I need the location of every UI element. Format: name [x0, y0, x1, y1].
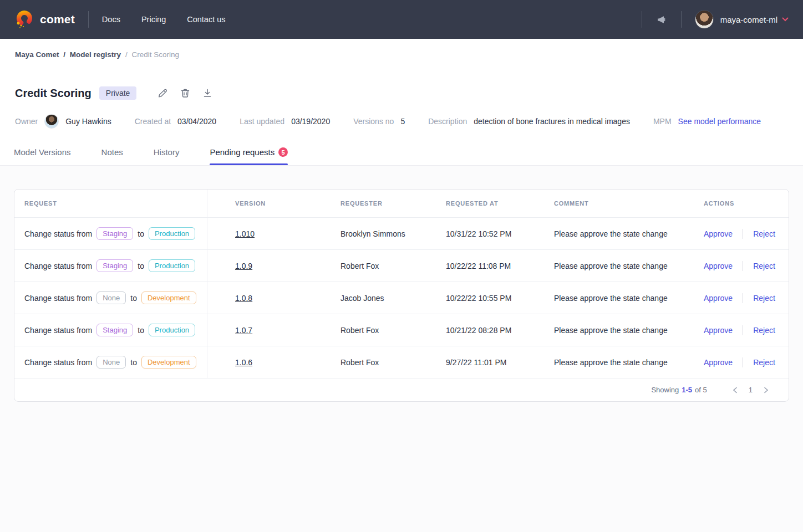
request-to-text: to: [138, 326, 144, 335]
comet-logo[interactable]: comet: [14, 9, 75, 29]
edit-icon[interactable]: [157, 88, 168, 99]
reject-button[interactable]: Reject: [753, 326, 775, 335]
approve-button[interactable]: Approve: [704, 229, 733, 238]
reject-button[interactable]: Reject: [753, 262, 775, 270]
status-badge-to: Production: [149, 324, 195, 336]
requested-at: 10/21/22 08:28 PM: [418, 326, 526, 335]
request-comment: Please approve the state change: [526, 262, 676, 270]
actions-divider: [743, 229, 743, 239]
approve-button[interactable]: Approve: [704, 294, 733, 303]
showing-of: of 5: [695, 386, 707, 394]
col-header-actions: ACTIONS: [676, 200, 789, 207]
request-to-text: to: [138, 229, 144, 238]
requester-name: Brooklyn Simmons: [313, 229, 418, 238]
nav-divider: [681, 11, 682, 28]
table-row: Change status from None to Development 1…: [14, 282, 789, 314]
owner-avatar: [44, 114, 59, 129]
breadcrumb-current: Credit Scoring: [131, 50, 179, 59]
owner-label: Owner: [15, 117, 38, 126]
nav-divider: [642, 11, 642, 28]
updated-label: Last updated: [240, 117, 284, 126]
app-window: comet Docs Pricing Contact us maya-comet…: [0, 0, 803, 532]
top-navbar: comet Docs Pricing Contact us maya-comet…: [0, 0, 803, 39]
breadcrumb-separator: /: [125, 50, 128, 59]
request-text: Change status from: [24, 262, 92, 270]
version-link[interactable]: 1.0.6: [235, 358, 252, 367]
approve-button[interactable]: Approve: [704, 326, 733, 335]
showing-range: 1-5: [682, 386, 692, 394]
description-value: detection of bone fractures in medical i…: [474, 117, 630, 126]
approve-button[interactable]: Approve: [704, 358, 733, 367]
showing-summary: Showing 1-5 of 5: [651, 386, 707, 394]
requested-at: 10/31/22 10:52 PM: [418, 229, 526, 238]
requester-name: Robert Fox: [313, 358, 418, 367]
actions-divider: [743, 293, 743, 303]
page-prev-icon[interactable]: [733, 387, 738, 393]
version-link[interactable]: 1.0.8: [235, 294, 252, 303]
created-value: 03/04/2020: [177, 117, 216, 126]
request-comment: Please approve the state change: [526, 229, 676, 238]
owner-name: Guy Hawkins: [65, 117, 111, 126]
requested-at: 10/22/22 10:55 PM: [418, 294, 526, 303]
status-badge-from: Staging: [96, 259, 133, 272]
nav-link-docs[interactable]: Docs: [102, 15, 120, 24]
delete-icon[interactable]: [180, 88, 190, 99]
reject-button[interactable]: Reject: [753, 229, 775, 238]
status-badge-to: Production: [149, 259, 195, 272]
request-comment: Please approve the state change: [526, 358, 676, 367]
tab-notes[interactable]: Notes: [101, 143, 123, 165]
status-badge-from: None: [96, 356, 126, 369]
download-icon[interactable]: [202, 88, 212, 98]
col-header-request: REQUEST: [14, 190, 207, 217]
requester-name: Jacob Jones: [313, 294, 418, 303]
tab-bar: Model Versions Notes History Pending req…: [0, 143, 803, 165]
user-menu[interactable]: maya-comet-ml: [695, 10, 789, 29]
nav-link-contact[interactable]: Contact us: [187, 15, 225, 24]
reject-button[interactable]: Reject: [753, 358, 775, 367]
page-number[interactable]: 1: [749, 386, 753, 394]
pagination: 1: [733, 386, 769, 394]
version-link[interactable]: 1.0.9: [235, 262, 252, 270]
request-to-text: to: [138, 262, 144, 270]
table-row: Change status from Staging to Production…: [14, 217, 789, 249]
version-link[interactable]: 1.010: [235, 229, 255, 238]
requested-at: 9/27/22 11:01 PM: [418, 358, 526, 367]
table-footer: Showing 1-5 of 5 1: [14, 378, 789, 401]
page-header: Maya Comet / Model registry / Credit Sco…: [0, 39, 803, 166]
col-header-comment: COMMENT: [526, 200, 676, 207]
nav-link-pricing[interactable]: Pricing: [141, 15, 166, 24]
breadcrumb-workspace[interactable]: Maya Comet: [15, 50, 59, 59]
table-header-row: REQUEST VERSION REQUESTER REQUESTED AT C…: [14, 190, 789, 217]
breadcrumb: Maya Comet / Model registry / Credit Sco…: [0, 39, 803, 59]
reject-button[interactable]: Reject: [753, 294, 775, 303]
tab-model-versions[interactable]: Model Versions: [14, 143, 71, 165]
tab-history[interactable]: History: [154, 143, 180, 165]
request-comment: Please approve the state change: [526, 326, 676, 335]
requester-name: Robert Fox: [313, 262, 418, 270]
tab-pending-requests[interactable]: Pending requests 5: [210, 143, 288, 165]
request-to-text: to: [130, 294, 137, 303]
showing-label: Showing: [651, 386, 679, 394]
actions-divider: [743, 357, 743, 367]
model-performance-link[interactable]: See model performance: [678, 117, 761, 126]
actions-divider: [743, 325, 743, 335]
request-text: Change status from: [24, 294, 92, 303]
request-text: Change status from: [24, 326, 92, 335]
user-avatar: [695, 10, 714, 29]
updated-value: 03/19/2020: [291, 117, 330, 126]
request-text: Change status from: [24, 358, 92, 367]
announcements-icon[interactable]: [655, 13, 668, 25]
status-badge-to: Development: [141, 356, 196, 369]
description-label: Description: [428, 117, 467, 126]
tab-pending-requests-label: Pending requests: [210, 147, 275, 157]
pending-requests-table: REQUEST VERSION REQUESTER REQUESTED AT C…: [14, 189, 789, 402]
user-name: maya-comet-ml: [720, 15, 777, 24]
page-next-icon[interactable]: [764, 387, 769, 393]
status-badge-from: Staging: [96, 324, 133, 336]
versions-value: 5: [400, 117, 405, 126]
nav-right: maya-comet-ml: [628, 10, 789, 29]
page-title: Credit Scoring: [15, 87, 92, 100]
version-link[interactable]: 1.0.7: [235, 326, 252, 335]
approve-button[interactable]: Approve: [704, 262, 733, 270]
breadcrumb-registry[interactable]: Model registry: [70, 50, 121, 59]
